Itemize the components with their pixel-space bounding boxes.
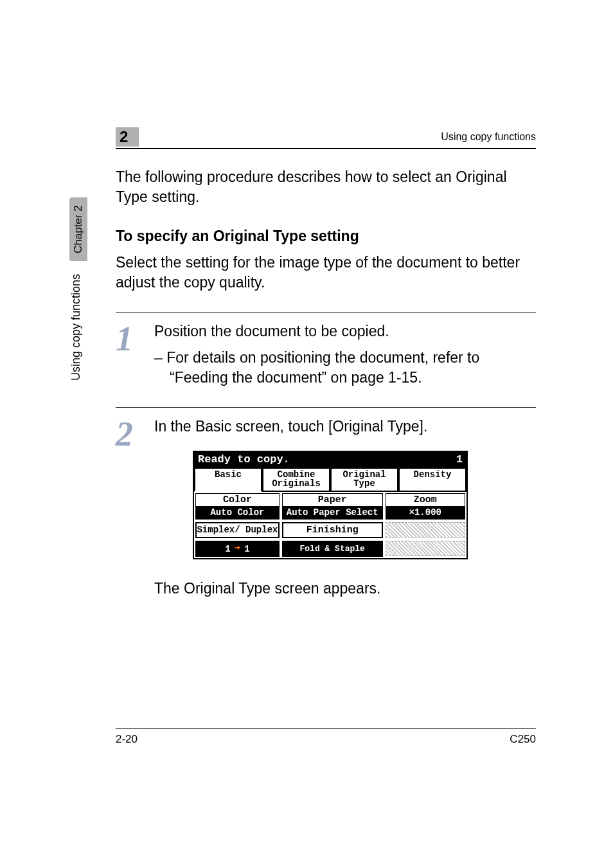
lcd-tab-combine-label: Combine Originals: [265, 470, 328, 488]
lcd-tab-original-type[interactable]: Original Type: [330, 467, 398, 492]
side-tab-section: Using copy functions: [69, 274, 83, 381]
lcd-status-bar: Ready to copy. 1: [194, 452, 466, 467]
lcd-zoom-value: ×1.000: [386, 507, 465, 519]
lcd-paper-label: Paper: [283, 494, 382, 507]
lcd-zoom-block[interactable]: Zoom ×1.000: [386, 493, 466, 519]
lcd-paper-block[interactable]: Paper Auto Paper Select: [282, 493, 383, 519]
lcd-color-value: Auto Color: [196, 507, 279, 519]
lcd-fold-staple-value[interactable]: Fold & Staple: [282, 541, 383, 557]
heading-original-type: To specify an Original Type setting: [116, 226, 536, 246]
lcd-tabs: Basic Combine Originals Original Type De…: [194, 467, 466, 492]
intro-text: The following procedure describes how to…: [116, 167, 536, 207]
lcd-duplex-1b: 1: [244, 545, 249, 554]
body: The following procedure describes how to…: [116, 167, 536, 599]
lcd-tab-original-type-label: Original Type: [333, 470, 396, 488]
page-footer: 2-20 C250: [116, 728, 536, 746]
arrow-right-icon: ➔: [235, 543, 241, 554]
step-2: 2 In the Basic screen, touch [Original T…: [116, 407, 536, 599]
step-1: 1 Position the document to be copied. – …: [116, 312, 536, 388]
lcd-empty-cell-1: [386, 522, 466, 538]
lcd-color-block[interactable]: Color Auto Color: [195, 493, 280, 519]
lcd-count: 1: [456, 454, 463, 466]
page: Chapter 2 Using copy functions 2 Using c…: [0, 0, 613, 868]
lcd-color-label: Color: [196, 494, 279, 507]
chapter-number: 2: [116, 127, 139, 147]
step-2-after: The Original Type screen appears.: [154, 579, 536, 599]
lcd-status-text: Ready to copy.: [198, 454, 290, 466]
lcd-empty-cell-2: [386, 541, 466, 556]
footer-model: C250: [510, 733, 536, 746]
lcd-duplex-value[interactable]: 1 ➔ 1: [195, 541, 280, 557]
step-1-text: Position the document to be copied.: [154, 321, 536, 341]
lead-text: Select the setting for the image type of…: [116, 253, 536, 293]
page-header: 2 Using copy functions: [116, 127, 536, 149]
lcd-grid: Color Auto Color Paper Auto Paper Select…: [194, 492, 466, 558]
step-number-1: 1: [116, 321, 154, 388]
lcd-finishing-button[interactable]: Finishing: [282, 522, 383, 539]
step-1-sub: – For details on positioning the documen…: [154, 348, 536, 388]
footer-page-number: 2-20: [116, 733, 138, 746]
step-2-text: In the Basic screen, touch [Original Typ…: [154, 417, 536, 437]
lcd-duplex-label[interactable]: Simplex/ Duplex: [195, 522, 280, 539]
lcd-screenshot: Ready to copy. 1 Basic Combine Originals…: [193, 451, 468, 559]
lcd-tab-density[interactable]: Density: [398, 467, 466, 492]
side-tab-chapter: Chapter 2: [69, 197, 87, 261]
lcd-tab-combine[interactable]: Combine Originals: [262, 467, 330, 492]
lcd-duplex-1a: 1: [225, 545, 230, 554]
step-number-2: 2: [116, 417, 154, 599]
lcd-paper-value: Auto Paper Select: [283, 507, 382, 519]
lcd-tab-basic[interactable]: Basic: [194, 467, 262, 492]
running-title: Using copy functions: [441, 131, 536, 143]
lcd-zoom-label: Zoom: [386, 494, 465, 507]
